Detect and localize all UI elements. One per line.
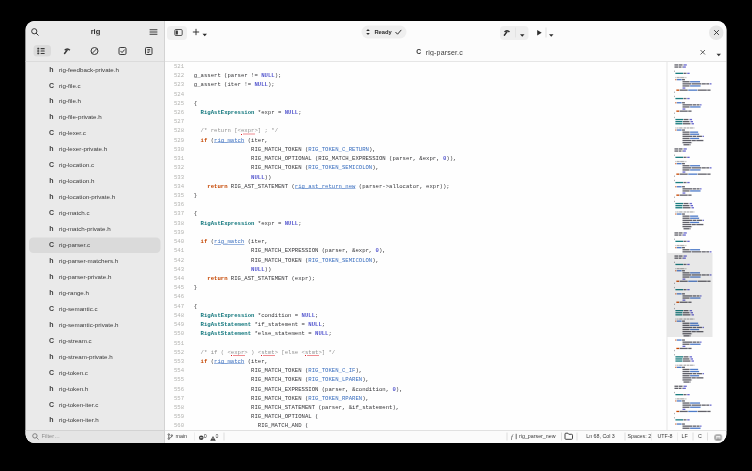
svg-text:f: f [511,433,514,440]
